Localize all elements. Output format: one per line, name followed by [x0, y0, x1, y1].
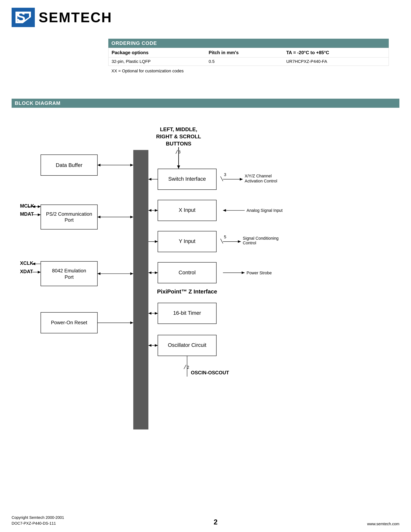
emulation-label-line2: Port	[65, 274, 74, 280]
svg-marker-12	[130, 164, 133, 167]
svg-marker-20	[97, 216, 101, 218]
oscin-label: OSCIN-OSCOUT	[191, 370, 229, 375]
svg-marker-37	[155, 271, 158, 274]
svg-marker-26	[38, 213, 41, 216]
num3-xy-label: 3	[224, 172, 226, 177]
num2-label: 2	[187, 365, 189, 370]
analog-signal-label: Analog Signal Input	[247, 208, 283, 213]
svg-marker-19	[130, 216, 133, 218]
logo-area: S SEMTECH	[12, 8, 112, 27]
svg-marker-8	[177, 165, 180, 169]
svg-rect-17	[41, 205, 97, 229]
ordering-note: XX = Optional for customization codes	[108, 68, 389, 74]
svg-text:S: S	[17, 10, 26, 25]
power-on-reset-label: Power-On Reset	[51, 320, 87, 325]
control-label: Control	[178, 269, 196, 276]
signal-cond-line1: Signal Conditioning	[243, 236, 279, 241]
num5-label: 5	[224, 235, 226, 239]
svg-line-60	[221, 176, 223, 181]
xclk-label: XCLK	[20, 260, 33, 266]
svg-marker-61	[240, 178, 243, 181]
xdat-label: XDAT	[20, 269, 33, 274]
timer-label: 16-bit Timer	[173, 310, 201, 316]
pixipoint-label: PixiPoint™ Z Interface	[157, 288, 217, 295]
svg-marker-63	[223, 209, 226, 212]
svg-marker-13	[97, 164, 101, 167]
svg-marker-51	[148, 312, 151, 315]
company-name: SEMTECH	[39, 10, 112, 25]
copyright-text: Copyright Semtech 2000-2001	[12, 515, 64, 520]
svg-marker-16	[148, 178, 151, 181]
doc-number: DOC7-PXZ-P440-DS-111	[12, 520, 64, 526]
svg-line-65	[221, 239, 223, 243]
xy-channel-line2: Activation Control	[245, 179, 277, 183]
ordering-table: Package options Pitch in mm's TA = -20°C…	[108, 48, 389, 66]
col-pitch: Pitch in mm's	[206, 48, 283, 57]
row-package: 32-pin, Plastic LQFP	[109, 57, 206, 66]
bus-bar	[133, 150, 148, 429]
svg-rect-38	[41, 261, 97, 286]
svg-marker-55	[148, 344, 151, 347]
y-input-label: Y Input	[179, 238, 196, 244]
block-diagram-svg: LEFT, MIDDLE, RIGHT & SCROLL BUTTONS 3 D…	[12, 112, 399, 509]
col-package: Package options	[109, 48, 206, 57]
mdat-label: MDAT	[20, 211, 34, 217]
xy-channel-line1: X/Y/Z Channel	[245, 174, 272, 178]
x-input-label: X Input	[179, 207, 196, 213]
num3-buttons: 3	[178, 150, 180, 154]
svg-marker-24	[38, 205, 41, 208]
svg-text:BUTTONS: BUTTONS	[166, 141, 191, 147]
switch-interface-label: Switch Interface	[168, 176, 206, 182]
col-ta: TA = -20°C to +85°C	[283, 48, 389, 57]
svg-line-58	[184, 365, 186, 369]
data-buffer-label: Data Buffer	[56, 162, 82, 168]
buttons-label: LEFT, MIDDLE,	[160, 126, 197, 132]
emulation-label-line1: 8042 Emulation	[52, 268, 86, 273]
semtech-logo-icon: S	[12, 8, 35, 27]
page-number: 2	[214, 518, 218, 526]
svg-marker-66	[238, 240, 241, 243]
row-ta-val: UR7HCPXZ-P440-FA	[283, 57, 389, 66]
svg-marker-36	[148, 271, 151, 274]
ordering-section: ORDERING CODE Package options Pitch in m…	[108, 39, 389, 74]
ps2-label-line2: Port	[65, 217, 74, 223]
oscillator-label: Oscillator Circuit	[168, 342, 206, 348]
block-diagram-header: BLOCK DIAGRAM	[12, 99, 399, 108]
svg-text:RIGHT & SCROLL: RIGHT & SCROLL	[156, 133, 201, 140]
footer: Copyright Semtech 2000-2001 DOC7-PXZ-P44…	[12, 515, 399, 526]
signal-cond-line2: Control	[243, 241, 256, 245]
ordering-header: ORDERING CODE	[108, 39, 389, 48]
footer-left: Copyright Semtech 2000-2001 DOC7-PXZ-P44…	[12, 515, 64, 526]
svg-marker-45	[38, 271, 41, 274]
svg-marker-29	[148, 209, 151, 212]
ps2-label-line1: PS/2 Communication	[46, 211, 92, 217]
svg-marker-56	[155, 344, 158, 347]
diagram-area: LEFT, MIDDLE, RIGHT & SCROLL BUTTONS 3 D…	[12, 112, 399, 509]
svg-marker-41	[97, 272, 101, 275]
mclk-label: MCLK	[20, 203, 34, 209]
svg-marker-40	[130, 272, 133, 275]
row-pitch: 0.5	[206, 57, 283, 66]
svg-marker-48	[130, 322, 133, 324]
svg-marker-52	[155, 312, 158, 315]
svg-line-9	[176, 150, 178, 154]
svg-marker-30	[155, 209, 158, 212]
power-strobe-label: Power Strobe	[247, 271, 272, 275]
svg-marker-33	[155, 240, 158, 243]
svg-marker-68	[242, 271, 245, 274]
website: www.semtech.com	[367, 522, 399, 526]
